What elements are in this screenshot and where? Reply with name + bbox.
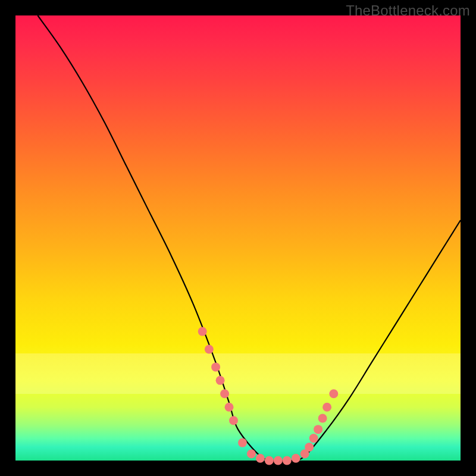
marker-dot	[274, 456, 283, 465]
marker-dot	[292, 454, 300, 463]
marker-dot	[283, 456, 292, 465]
marker-dot	[309, 434, 318, 443]
marker-group	[198, 327, 339, 465]
marker-dot	[265, 456, 274, 465]
marker-dot	[205, 345, 214, 354]
marker-dot	[305, 443, 314, 452]
marker-dot	[329, 389, 338, 398]
curve-path	[37, 15, 461, 461]
marker-dot	[198, 327, 207, 336]
marker-dot	[318, 414, 327, 422]
chart-svg	[15, 15, 461, 461]
marker-dot	[238, 439, 247, 447]
marker-dot	[225, 403, 234, 412]
marker-dot	[247, 449, 256, 458]
marker-dot	[256, 454, 265, 463]
chart-frame: TheBottleneck.com	[0, 0, 476, 476]
marker-dot	[220, 389, 229, 398]
marker-dot	[314, 425, 322, 434]
watermark-text: TheBottleneck.com	[346, 2, 470, 19]
marker-dot	[211, 362, 220, 371]
marker-dot	[229, 416, 238, 425]
marker-dot	[216, 376, 225, 385]
marker-dot	[322, 403, 331, 412]
